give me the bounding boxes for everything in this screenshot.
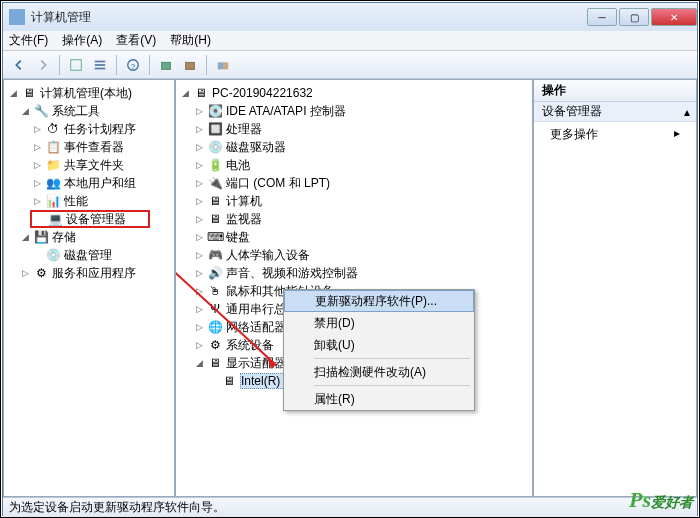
- minimize-button[interactable]: ─: [587, 8, 617, 26]
- svg-rect-1: [95, 60, 106, 62]
- actions-header: 操作: [534, 80, 696, 102]
- maximize-button[interactable]: ▢: [619, 8, 649, 26]
- display-icon: 🖥: [207, 355, 223, 371]
- ctx-uninstall[interactable]: 卸载(U): [284, 334, 474, 356]
- status-text: 为选定设备启动更新驱动程序软件向导。: [9, 499, 225, 516]
- usb-icon: Ψ: [207, 301, 223, 317]
- expand-icon[interactable]: ◢: [8, 88, 18, 98]
- toolbar: ?: [3, 51, 697, 79]
- ctx-properties[interactable]: 属性(R): [284, 388, 474, 410]
- chevron-right-icon: ▸: [674, 126, 680, 143]
- collapse-icon[interactable]: ▴: [684, 105, 690, 119]
- system-icon: ⚙: [207, 337, 223, 353]
- close-button[interactable]: ✕: [651, 8, 697, 26]
- properties-button[interactable]: [213, 55, 233, 75]
- gpu-icon: 🖥: [221, 373, 237, 389]
- device-network[interactable]: 网络适配器: [226, 319, 286, 336]
- device-hid[interactable]: 人体学输入设备: [226, 247, 310, 264]
- network-icon: 🌐: [207, 319, 223, 335]
- computer-icon: 🖥: [207, 193, 223, 209]
- device-computer[interactable]: 计算机: [226, 193, 262, 210]
- svg-rect-6: [162, 62, 171, 69]
- device-cpu[interactable]: 处理器: [226, 121, 262, 138]
- device-tree-pane[interactable]: ◢🖥PC-201904221632 ▷💽IDE ATA/ATAPI 控制器 ▷🔲…: [175, 79, 533, 497]
- titlebar[interactable]: 计算机管理 ─ ▢ ✕: [3, 3, 697, 31]
- device-disk[interactable]: 磁盘驱动器: [226, 139, 286, 156]
- menu-file[interactable]: 文件(F): [9, 32, 48, 49]
- help-button[interactable]: ?: [123, 55, 143, 75]
- app-icon: [9, 9, 25, 25]
- tree-performance[interactable]: 性能: [64, 193, 88, 210]
- svg-rect-8: [218, 62, 223, 69]
- battery-icon: 🔋: [207, 157, 223, 173]
- view-button[interactable]: [90, 55, 110, 75]
- tree-task-scheduler[interactable]: 任务计划程序: [64, 121, 136, 138]
- disk-drive-icon: 💿: [207, 139, 223, 155]
- tree-device-manager[interactable]: 设备管理器: [66, 211, 126, 228]
- cpu-icon: 🔲: [207, 121, 223, 137]
- separator: [314, 385, 470, 386]
- watermark: Ps爱好者: [629, 487, 693, 513]
- device-system[interactable]: 系统设备: [226, 337, 274, 354]
- keyboard-icon: ⌨: [207, 229, 223, 245]
- expand-icon[interactable]: ◢: [20, 106, 30, 116]
- device-ide[interactable]: IDE ATA/ATAPI 控制器: [226, 103, 346, 120]
- svg-rect-9: [223, 62, 228, 69]
- separator: [314, 358, 470, 359]
- svg-rect-0: [71, 59, 82, 70]
- menubar: 文件(F) 操作(A) 查看(V) 帮助(H): [3, 31, 697, 51]
- device-battery[interactable]: 电池: [226, 157, 250, 174]
- up-button[interactable]: [66, 55, 86, 75]
- device-display[interactable]: 显示适配器: [226, 355, 286, 372]
- device-monitor[interactable]: 监视器: [226, 211, 262, 228]
- left-tree-pane[interactable]: ◢🖥计算机管理(本地) ◢🔧系统工具 ▷⏱任务计划程序 ▷📋事件查看器 ▷📁共享…: [3, 79, 175, 497]
- event-icon: 📋: [45, 139, 61, 155]
- device-ports[interactable]: 端口 (COM 和 LPT): [226, 175, 330, 192]
- monitor-icon: 🖥: [207, 211, 223, 227]
- refresh-button[interactable]: [156, 55, 176, 75]
- menu-view[interactable]: 查看(V): [116, 32, 156, 49]
- hid-icon: 🎮: [207, 247, 223, 263]
- tree-shared-folders[interactable]: 共享文件夹: [64, 157, 124, 174]
- svg-rect-2: [95, 64, 106, 66]
- ctx-scan[interactable]: 扫描检测硬件改动(A): [284, 361, 474, 383]
- tree-event-viewer[interactable]: 事件查看器: [64, 139, 124, 156]
- ctx-disable[interactable]: 禁用(D): [284, 312, 474, 334]
- menu-help[interactable]: 帮助(H): [170, 32, 211, 49]
- tree-local-users[interactable]: 本地用户和组: [64, 175, 136, 192]
- svg-rect-3: [95, 67, 106, 69]
- perf-icon: 📊: [45, 193, 61, 209]
- svg-rect-7: [186, 62, 195, 69]
- scan-button[interactable]: [180, 55, 200, 75]
- content-area: ◢🖥计算机管理(本地) ◢🔧系统工具 ▷⏱任务计划程序 ▷📋事件查看器 ▷📁共享…: [3, 79, 697, 497]
- sound-icon: 🔊: [207, 265, 223, 281]
- tree-system-tools[interactable]: 系统工具: [52, 103, 100, 120]
- device-sound[interactable]: 声音、视频和游戏控制器: [226, 265, 358, 282]
- clock-icon: ⏱: [45, 121, 61, 137]
- tree-storage[interactable]: 存储: [52, 229, 76, 246]
- forward-button[interactable]: [33, 55, 53, 75]
- svg-text:?: ?: [131, 61, 136, 70]
- disk-icon: 💿: [45, 247, 61, 263]
- window-title: 计算机管理: [31, 9, 91, 26]
- device-keyboard[interactable]: 键盘: [226, 229, 250, 246]
- folder-icon: 📁: [45, 157, 61, 173]
- device-root[interactable]: PC-201904221632: [212, 86, 313, 100]
- port-icon: 🔌: [207, 175, 223, 191]
- more-actions[interactable]: 更多操作▸: [534, 122, 696, 147]
- users-icon: 👥: [45, 175, 61, 191]
- actions-pane: 操作 设备管理器▴ 更多操作▸: [533, 79, 697, 497]
- tree-root[interactable]: 计算机管理(本地): [40, 85, 132, 102]
- actions-context: 设备管理器▴: [534, 102, 696, 122]
- services-icon: ⚙: [33, 265, 49, 281]
- computer-mgmt-icon: 🖥: [21, 85, 37, 101]
- mouse-icon: 🖱: [207, 283, 223, 299]
- menu-action[interactable]: 操作(A): [62, 32, 102, 49]
- tree-services[interactable]: 服务和应用程序: [52, 265, 136, 282]
- back-button[interactable]: [9, 55, 29, 75]
- tree-disk-mgmt[interactable]: 磁盘管理: [64, 247, 112, 264]
- main-window: 计算机管理 ─ ▢ ✕ 文件(F) 操作(A) 查看(V) 帮助(H) ? ◢🖥…: [2, 2, 698, 516]
- statusbar: 为选定设备启动更新驱动程序软件向导。: [3, 497, 697, 517]
- ctx-update-driver[interactable]: 更新驱动程序软件(P)...: [284, 290, 474, 312]
- tools-icon: 🔧: [33, 103, 49, 119]
